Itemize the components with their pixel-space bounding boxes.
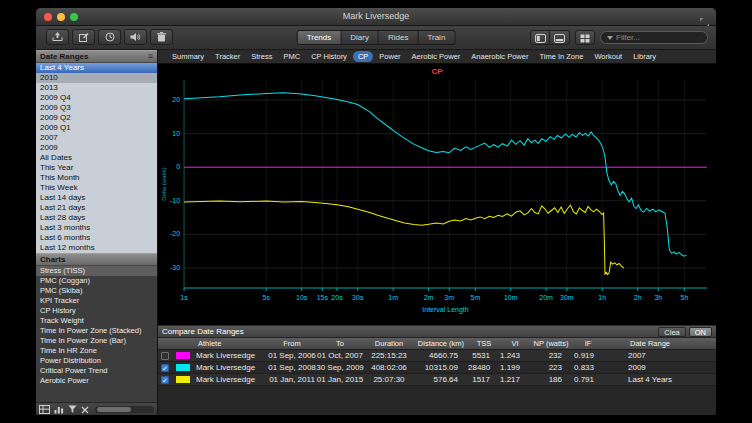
chart-list-item[interactable]: Track Weight	[36, 316, 157, 326]
tab-workout[interactable]: Workout	[589, 51, 627, 62]
date-range-item[interactable]: Last 14 days	[36, 193, 157, 203]
panes-icon[interactable]	[39, 400, 50, 415]
date-range-item[interactable]: Last 4 Years	[36, 63, 157, 73]
view-diary[interactable]: Diary	[341, 30, 379, 45]
clear-button[interactable]: Clea	[658, 327, 685, 337]
date-range-item[interactable]: Last 28 days	[36, 213, 157, 223]
cell-date-range: 2007	[628, 351, 716, 360]
date-range-item[interactable]: Last 6 months	[36, 233, 157, 243]
chart-list-item[interactable]: PMC (Coggan)	[36, 276, 157, 286]
date-range-item[interactable]: 2009 Q1	[36, 123, 157, 133]
tab-pmc[interactable]: PMC	[279, 51, 306, 62]
chart-list-item[interactable]: Time In Power Zone (Stacked)	[36, 326, 157, 336]
cell-vi: 1.199	[500, 363, 530, 372]
date-range-item[interactable]: Last 3 months	[36, 223, 157, 233]
chart-list-item[interactable]: Power Distribution	[36, 356, 157, 366]
checkbox-cell: ✓	[158, 364, 172, 372]
view-rides[interactable]: Rides	[379, 30, 418, 45]
tab-cp[interactable]: CP	[353, 51, 373, 62]
swatch-cell	[172, 376, 196, 383]
sidebar-scrollbar[interactable]	[95, 406, 154, 413]
speaker-button[interactable]	[124, 29, 147, 45]
date-range-item[interactable]: 2009 Q4	[36, 93, 157, 103]
cell-vi: 1.217	[500, 375, 530, 384]
tab-time-in-zone[interactable]: Time In Zone	[534, 51, 588, 62]
row-checkbox[interactable]: ✓	[161, 364, 169, 372]
upload-button[interactable]	[46, 29, 69, 45]
hamburger-icon[interactable]: ≡	[148, 51, 153, 62]
chart-list-item[interactable]: Critical Power Trend	[36, 366, 157, 376]
tile-view-button[interactable]	[575, 30, 595, 45]
tab-summary[interactable]: Summary	[167, 51, 209, 62]
close-icon[interactable]	[81, 400, 89, 415]
chart-list-item[interactable]: Aerobic Power	[36, 376, 157, 386]
date-range-item[interactable]: This Year	[36, 163, 157, 173]
chart-list-item[interactable]: Time In Power Zone (Bar)	[36, 336, 157, 346]
compose-button[interactable]	[72, 29, 95, 45]
date-ranges-header: Date Ranges ≡	[36, 50, 157, 63]
trash-button[interactable]	[150, 29, 173, 45]
cell-duration: 408:02:06	[364, 363, 414, 372]
tab-aerobic-power[interactable]: Aerobic Power	[407, 51, 466, 62]
compare-row[interactable]: ✓Mark Liversedge01 Jan, 201101 Jan, 2015…	[158, 374, 716, 386]
svg-text:5m: 5m	[470, 294, 480, 301]
cell-from: 01 Sep, 2008	[268, 363, 316, 372]
svg-text:1s: 1s	[180, 294, 188, 301]
view-train[interactable]: Train	[418, 30, 455, 45]
bottom-panel-toggle-button[interactable]	[550, 30, 570, 45]
row-checkbox[interactable]	[161, 352, 169, 360]
date-range-item[interactable]: 2007	[36, 133, 157, 143]
svg-text:10m: 10m	[504, 294, 518, 301]
view-trends[interactable]: Trends	[297, 30, 342, 45]
svg-text:3m: 3m	[444, 294, 454, 301]
chart-list-item[interactable]: CP History	[36, 306, 157, 316]
minimize-window-button[interactable]	[57, 13, 65, 21]
compare-row[interactable]: ✓Mark Liversedge01 Sep, 200830 Sep, 2009…	[158, 362, 716, 374]
svg-text:10s: 10s	[296, 294, 308, 301]
date-range-item[interactable]: 2009	[36, 143, 157, 153]
funnel-icon[interactable]	[68, 400, 77, 415]
date-range-item[interactable]: All Dates	[36, 153, 157, 163]
close-window-button[interactable]	[44, 13, 52, 21]
filter-input[interactable]	[616, 33, 694, 42]
cell-from: 01 Jan, 2011	[268, 375, 316, 384]
tab-power[interactable]: Power	[374, 51, 405, 62]
row-checkbox[interactable]: ✓	[161, 376, 169, 384]
svg-text:5h: 5h	[681, 294, 689, 301]
left-panel-toggle-button[interactable]	[530, 30, 550, 45]
chart-list-item[interactable]: PMC (Skiba)	[36, 286, 157, 296]
tab-library[interactable]: Library	[628, 51, 661, 62]
svg-text:1m: 1m	[388, 294, 398, 301]
clock-button[interactable]	[98, 29, 121, 45]
grid-icon	[580, 29, 590, 47]
chart-list-item[interactable]: KPI Tracker	[36, 296, 157, 306]
scrollbar-thumb[interactable]	[97, 407, 131, 412]
chart-list-item[interactable]: Time In HR Zone	[36, 346, 157, 356]
date-range-item[interactable]: Last 12 months	[36, 243, 157, 253]
cell-to: 01 Oct, 2007	[316, 351, 364, 360]
cell-date-range: Last 4 Years	[628, 375, 716, 384]
left-panel-icon	[535, 29, 546, 47]
date-range-item[interactable]: 2009 Q3	[36, 103, 157, 113]
date-range-item[interactable]: 2010	[36, 73, 157, 83]
bar-chart-icon[interactable]	[54, 400, 64, 415]
zoom-window-button[interactable]	[70, 13, 78, 21]
svg-text:Delta (watts): Delta (watts)	[161, 167, 167, 201]
date-range-item[interactable]: This Month	[36, 173, 157, 183]
tab-cp-history[interactable]: CP History	[306, 51, 352, 62]
athlete-cell: Mark Liversedge	[196, 363, 268, 372]
chart-list-item[interactable]: Stress (TISS)	[36, 266, 157, 276]
compare-row[interactable]: Mark Liversedge01 Sep, 200601 Oct, 20072…	[158, 350, 716, 362]
tab-tracker[interactable]: Tracker	[210, 51, 245, 62]
tab-anaerobic-power[interactable]: Anaerobic Power	[466, 51, 533, 62]
clock-icon	[105, 28, 115, 46]
svg-text:3h: 3h	[654, 294, 662, 301]
date-range-item[interactable]: Last 21 days	[36, 203, 157, 213]
tab-stress[interactable]: Stress	[246, 51, 277, 62]
date-range-item[interactable]: 2013	[36, 83, 157, 93]
date-range-item[interactable]: 2009 Q2	[36, 113, 157, 123]
compare-on-button[interactable]: ON	[689, 327, 712, 337]
date-range-item[interactable]: This Week	[36, 183, 157, 193]
svg-text:30s: 30s	[352, 294, 364, 301]
cell-to: 30 Sep, 2009	[316, 363, 364, 372]
